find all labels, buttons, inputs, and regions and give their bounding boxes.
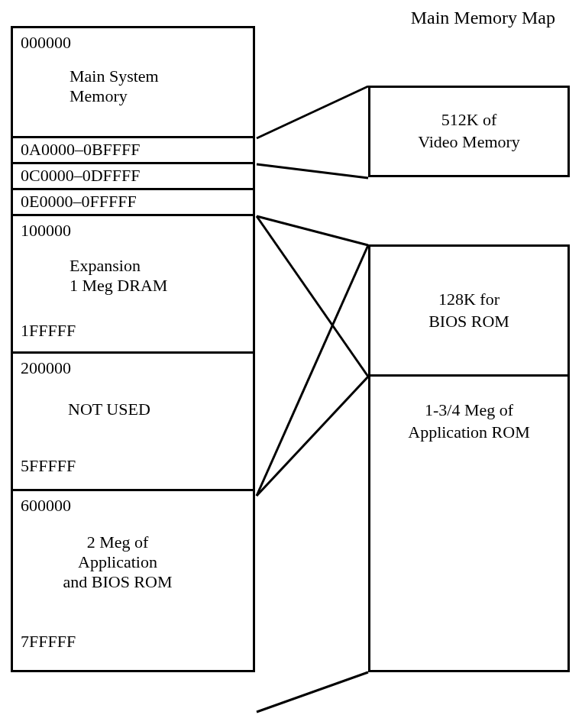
region-app-bios-rom: 600000 2 Meg of Application and BIOS ROM…: [13, 491, 253, 670]
detail-line1: 512K of: [418, 109, 520, 131]
connector-cross-2: [257, 245, 368, 496]
region-expansion-dram: 100000 Expansion 1 Meg DRAM 1FFFFF: [13, 216, 253, 354]
region-label-line2: Application: [21, 552, 215, 572]
addr-end: 1FFFFF: [21, 321, 245, 341]
addr-start: 200000: [21, 358, 245, 378]
region-label-line2: Memory: [70, 86, 245, 106]
connector-video-bottom: [257, 164, 368, 178]
detail-line1: 1-3/4 Meg of: [408, 400, 530, 422]
memory-map-left-column: 000000 Main System Memory 0A0000–0BFFFF …: [11, 26, 255, 672]
addr-range: 0A0000–0BFFFF: [21, 140, 141, 159]
detail-bios-rom: 128K for BIOS ROM: [370, 247, 567, 377]
region-video-range: 0A0000–0BFFFF: [13, 138, 253, 164]
addr-end: 7FFFFF: [21, 632, 245, 652]
connector-rom-bottom: [257, 672, 368, 712]
addr-start: 000000: [21, 33, 245, 53]
detail-application-rom: 1-3/4 Meg of Application ROM: [370, 377, 567, 670]
region-label: NOT USED: [68, 400, 245, 419]
region-label-line1: 2 Meg of: [21, 532, 215, 552]
connector-cross-1: [257, 216, 368, 377]
detail-line2: BIOS ROM: [428, 311, 509, 333]
region-label-line1: Expansion: [70, 256, 245, 276]
detail-rom-group: 128K for BIOS ROM 1-3/4 Meg of Applicati…: [368, 244, 570, 672]
addr-end: 5FFFFF: [21, 456, 245, 476]
diagram-title: Main Memory Map: [411, 8, 555, 28]
region-label-line3: and BIOS ROM: [21, 572, 215, 592]
connector-video-top: [257, 86, 368, 138]
detail-video-memory: 512K of Video Memory: [368, 86, 570, 177]
region-not-used: 200000 NOT USED 5FFFFF: [13, 354, 253, 491]
connector-mid: [257, 377, 368, 496]
region-label-line1: Main System: [70, 66, 245, 86]
addr-start: 100000: [21, 221, 245, 241]
detail-line2: Video Memory: [418, 131, 520, 154]
addr-range: 0E0000–0FFFFF: [21, 192, 137, 211]
region-approm-range: 0E0000–0FFFFF: [13, 190, 253, 216]
addr-start: 600000: [21, 496, 245, 516]
addr-range: 0C0000–0DFFFF: [21, 166, 141, 185]
region-label-line2: 1 Meg DRAM: [70, 276, 245, 296]
detail-line1: 128K for: [428, 289, 509, 311]
connector-rom-top: [257, 216, 368, 245]
detail-line2: Application ROM: [408, 422, 530, 444]
region-bios-range: 0C0000–0DFFFF: [13, 164, 253, 190]
region-main-system-memory: 000000 Main System Memory: [13, 28, 253, 138]
